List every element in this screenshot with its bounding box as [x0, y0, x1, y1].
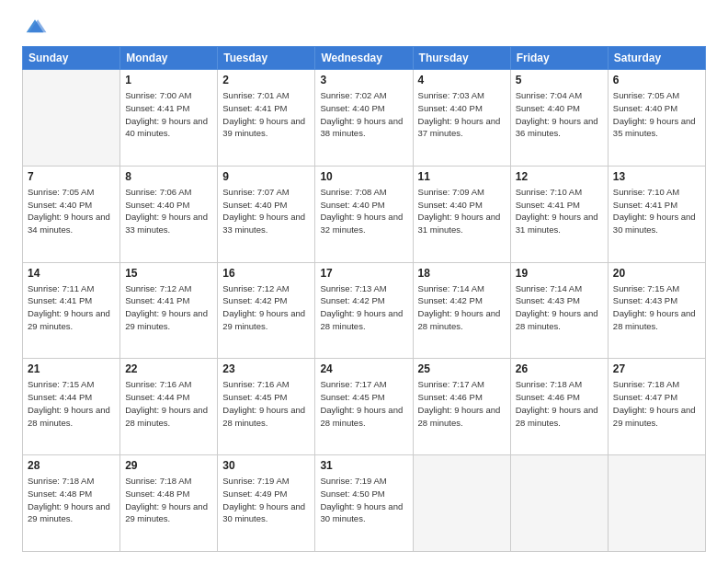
calendar-day-cell: 3Sunrise: 7:02 AMSunset: 4:40 PMDaylight…: [315, 70, 413, 167]
calendar-day-cell: 9Sunrise: 7:07 AMSunset: 4:40 PMDaylight…: [218, 166, 315, 262]
day-number: 29: [125, 459, 212, 472]
calendar-week-row: 7Sunrise: 7:05 AMSunset: 4:40 PMDaylight…: [23, 166, 706, 262]
calendar-header-row: SundayMondayTuesdayWednesdayThursdayFrid…: [23, 47, 706, 70]
day-info: Sunrise: 7:05 AMSunset: 4:40 PMDaylight:…: [613, 89, 700, 140]
day-number: 16: [222, 267, 310, 280]
calendar-day-cell: 29Sunrise: 7:18 AMSunset: 4:48 PMDayligh…: [120, 455, 218, 552]
day-info: Sunrise: 7:08 AMSunset: 4:40 PMDaylight:…: [320, 186, 407, 236]
calendar-day-header: Saturday: [608, 47, 705, 70]
day-number: 11: [418, 170, 506, 183]
day-number: 10: [320, 170, 407, 183]
day-info: Sunrise: 7:13 AMSunset: 4:42 PMDaylight:…: [320, 282, 407, 333]
day-number: 9: [222, 170, 310, 183]
calendar-day-cell: 11Sunrise: 7:09 AMSunset: 4:40 PMDayligh…: [413, 166, 510, 262]
calendar-day-header: Friday: [510, 47, 608, 70]
day-number: 27: [613, 362, 700, 375]
calendar-day-cell: 15Sunrise: 7:12 AMSunset: 4:41 PMDayligh…: [120, 262, 218, 359]
calendar-day-cell: 10Sunrise: 7:08 AMSunset: 4:40 PMDayligh…: [315, 166, 413, 262]
day-info: Sunrise: 7:07 AMSunset: 4:40 PMDaylight:…: [222, 186, 310, 236]
day-number: 1: [125, 74, 212, 86]
calendar-table: SundayMondayTuesdayWednesdayThursdayFrid…: [22, 46, 706, 552]
calendar-week-row: 28Sunrise: 7:18 AMSunset: 4:48 PMDayligh…: [23, 455, 706, 552]
calendar-day-cell: 27Sunrise: 7:18 AMSunset: 4:47 PMDayligh…: [608, 359, 705, 455]
day-info: Sunrise: 7:10 AMSunset: 4:41 PMDaylight:…: [613, 186, 700, 236]
header: [22, 17, 706, 37]
day-info: Sunrise: 7:02 AMSunset: 4:40 PMDaylight:…: [320, 89, 407, 140]
day-number: 15: [125, 267, 212, 280]
day-info: Sunrise: 7:12 AMSunset: 4:41 PMDaylight:…: [125, 282, 212, 333]
calendar-week-row: 21Sunrise: 7:15 AMSunset: 4:44 PMDayligh…: [23, 359, 706, 455]
calendar-day-cell: 16Sunrise: 7:12 AMSunset: 4:42 PMDayligh…: [218, 262, 315, 359]
calendar-day-cell: [510, 455, 608, 552]
day-number: 4: [418, 74, 506, 86]
calendar-day-cell: 25Sunrise: 7:17 AMSunset: 4:46 PMDayligh…: [413, 359, 510, 455]
day-info: Sunrise: 7:18 AMSunset: 4:47 PMDaylight:…: [613, 378, 700, 429]
calendar-day-cell: 18Sunrise: 7:14 AMSunset: 4:42 PMDayligh…: [413, 262, 510, 359]
calendar-day-cell: [413, 455, 510, 552]
day-info: Sunrise: 7:03 AMSunset: 4:40 PMDaylight:…: [418, 89, 506, 140]
day-number: 23: [222, 362, 310, 375]
day-number: 26: [516, 362, 603, 375]
calendar-day-header: Sunday: [23, 47, 120, 70]
calendar-day-cell: 8Sunrise: 7:06 AMSunset: 4:40 PMDaylight…: [120, 166, 218, 262]
calendar-day-header: Thursday: [413, 47, 510, 70]
day-number: 14: [28, 267, 115, 280]
day-number: 12: [516, 170, 603, 183]
day-info: Sunrise: 7:16 AMSunset: 4:45 PMDaylight:…: [222, 378, 310, 429]
day-info: Sunrise: 7:16 AMSunset: 4:44 PMDaylight:…: [125, 378, 212, 429]
day-info: Sunrise: 7:11 AMSunset: 4:41 PMDaylight:…: [28, 282, 115, 333]
day-number: 19: [516, 267, 603, 280]
day-info: Sunrise: 7:14 AMSunset: 4:43 PMDaylight:…: [516, 282, 603, 333]
calendar-day-cell: 30Sunrise: 7:19 AMSunset: 4:49 PMDayligh…: [218, 455, 315, 552]
day-info: Sunrise: 7:00 AMSunset: 4:41 PMDaylight:…: [125, 89, 212, 140]
day-info: Sunrise: 7:19 AMSunset: 4:50 PMDaylight:…: [320, 475, 407, 525]
calendar-day-cell: 17Sunrise: 7:13 AMSunset: 4:42 PMDayligh…: [315, 262, 413, 359]
day-number: 20: [613, 267, 700, 280]
day-info: Sunrise: 7:10 AMSunset: 4:41 PMDaylight:…: [516, 186, 603, 236]
calendar-day-cell: 28Sunrise: 7:18 AMSunset: 4:48 PMDayligh…: [23, 455, 120, 552]
day-number: 5: [516, 74, 603, 86]
day-number: 8: [125, 170, 212, 183]
calendar-day-header: Wednesday: [315, 47, 413, 70]
calendar-day-header: Monday: [120, 47, 218, 70]
day-number: 17: [320, 267, 407, 280]
calendar-day-cell: 12Sunrise: 7:10 AMSunset: 4:41 PMDayligh…: [510, 166, 608, 262]
day-number: 6: [613, 74, 700, 86]
day-info: Sunrise: 7:18 AMSunset: 4:48 PMDaylight:…: [28, 475, 115, 525]
logo-icon: [22, 17, 48, 37]
day-number: 24: [320, 362, 407, 375]
day-number: 18: [418, 267, 506, 280]
day-number: 30: [222, 459, 310, 472]
day-info: Sunrise: 7:14 AMSunset: 4:42 PMDaylight:…: [418, 282, 506, 333]
calendar-day-cell: 20Sunrise: 7:15 AMSunset: 4:43 PMDayligh…: [608, 262, 705, 359]
calendar-week-row: 14Sunrise: 7:11 AMSunset: 4:41 PMDayligh…: [23, 262, 706, 359]
day-number: 21: [28, 362, 115, 375]
day-info: Sunrise: 7:18 AMSunset: 4:48 PMDaylight:…: [125, 475, 212, 525]
calendar-day-cell: 2Sunrise: 7:01 AMSunset: 4:41 PMDaylight…: [218, 70, 315, 167]
calendar-day-cell: 19Sunrise: 7:14 AMSunset: 4:43 PMDayligh…: [510, 262, 608, 359]
day-info: Sunrise: 7:12 AMSunset: 4:42 PMDaylight:…: [222, 282, 310, 333]
calendar-day-header: Tuesday: [218, 47, 315, 70]
calendar-day-cell: 7Sunrise: 7:05 AMSunset: 4:40 PMDaylight…: [23, 166, 120, 262]
calendar-day-cell: 23Sunrise: 7:16 AMSunset: 4:45 PMDayligh…: [218, 359, 315, 455]
day-info: Sunrise: 7:17 AMSunset: 4:45 PMDaylight:…: [320, 378, 407, 429]
calendar-day-cell: 13Sunrise: 7:10 AMSunset: 4:41 PMDayligh…: [608, 166, 705, 262]
day-info: Sunrise: 7:19 AMSunset: 4:49 PMDaylight:…: [222, 475, 310, 525]
calendar-day-cell: 14Sunrise: 7:11 AMSunset: 4:41 PMDayligh…: [23, 262, 120, 359]
day-info: Sunrise: 7:15 AMSunset: 4:43 PMDaylight:…: [613, 282, 700, 333]
day-info: Sunrise: 7:15 AMSunset: 4:44 PMDaylight:…: [28, 378, 115, 429]
day-number: 3: [320, 74, 407, 86]
calendar-week-row: 1Sunrise: 7:00 AMSunset: 4:41 PMDaylight…: [23, 70, 706, 167]
calendar-day-cell: 4Sunrise: 7:03 AMSunset: 4:40 PMDaylight…: [413, 70, 510, 167]
calendar-day-cell: 5Sunrise: 7:04 AMSunset: 4:40 PMDaylight…: [510, 70, 608, 167]
day-info: Sunrise: 7:17 AMSunset: 4:46 PMDaylight:…: [418, 378, 506, 429]
day-number: 22: [125, 362, 212, 375]
day-number: 28: [28, 459, 115, 472]
day-number: 13: [613, 170, 700, 183]
calendar-day-cell: [23, 70, 120, 167]
day-info: Sunrise: 7:04 AMSunset: 4:40 PMDaylight:…: [516, 89, 603, 140]
day-info: Sunrise: 7:05 AMSunset: 4:40 PMDaylight:…: [28, 186, 115, 236]
calendar-day-cell: [608, 455, 705, 552]
calendar-day-cell: 1Sunrise: 7:00 AMSunset: 4:41 PMDaylight…: [120, 70, 218, 167]
day-number: 25: [418, 362, 506, 375]
